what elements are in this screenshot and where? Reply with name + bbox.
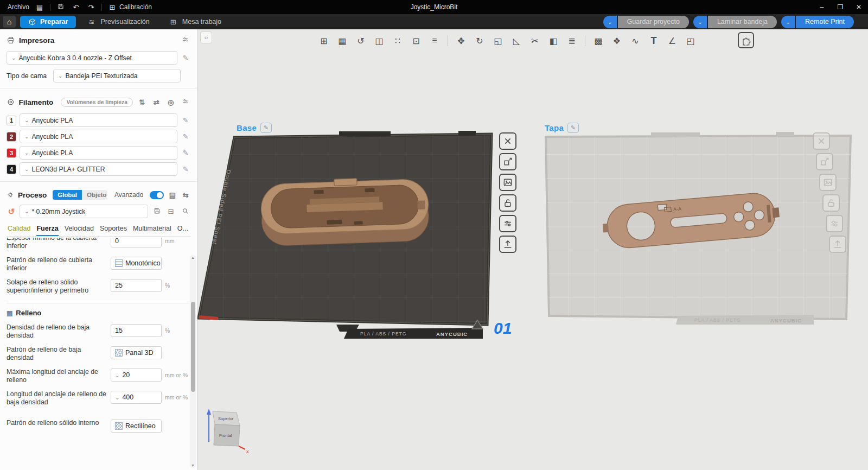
- close-button[interactable]: ✕: [850, 0, 868, 14]
- save-project-dropdown[interactable]: ⌄: [603, 16, 618, 28]
- filament-1-select[interactable]: ⌄ Anycubic PLA: [20, 113, 177, 127]
- place-on-face-icon[interactable]: ◺: [509, 34, 524, 48]
- plate-tapa-label[interactable]: Tapa ✎: [545, 123, 579, 133]
- tab-multimaterial[interactable]: Multimaterial: [133, 225, 171, 236]
- save-icon[interactable]: [56, 3, 66, 12]
- tab-strength[interactable]: Fuerza: [36, 225, 58, 236]
- slice-plate-button[interactable]: ⌄ Laminar bandeja: [693, 16, 777, 28]
- file-menu[interactable]: Archivo: [8, 3, 29, 11]
- plate-base-label[interactable]: Base ✎: [237, 123, 272, 133]
- measure-icon[interactable]: ∠: [665, 34, 679, 48]
- edit-filament-1-icon[interactable]: ✎: [181, 116, 190, 124]
- sparse-infill-pattern-select[interactable]: Panal 3D: [111, 346, 162, 359]
- paint-icon[interactable]: ❖: [610, 34, 624, 48]
- orientation-cube[interactable]: Superior Frontal x: [205, 403, 251, 459]
- sparse-infill-density-input[interactable]: 15: [111, 324, 162, 337]
- filament-3-select[interactable]: ⌄ Anycubic PLA: [20, 146, 177, 160]
- build-plate-base[interactable]: Double Sided PEI Sheet PLA / ABS / PETG …: [197, 130, 501, 353]
- bed-type-select[interactable]: ⌄ Bandeja PEI Texturizada: [53, 69, 181, 82]
- bottom-fill-pattern-select[interactable]: Monotónico: [111, 257, 162, 270]
- edit-plate-name-button[interactable]: ✎: [567, 123, 579, 133]
- orient-plate-button[interactable]: [499, 153, 516, 170]
- flush-volumes-button[interactable]: Volúmenes de limpieza: [61, 98, 133, 107]
- tab-prepare[interactable]: Preparar: [20, 16, 76, 28]
- filament-2-select[interactable]: ⌄ Anycubic PLA: [20, 130, 177, 143]
- infill-anchor-select[interactable]: ⌄ 400: [111, 391, 162, 404]
- plate-settings-button[interactable]: [819, 174, 837, 191]
- text-tool-icon[interactable]: T: [647, 34, 661, 48]
- scope-global[interactable]: Global: [53, 190, 82, 200]
- calibration-menu[interactable]: ⊞ Calibración: [107, 3, 152, 11]
- plate-filament-map-button[interactable]: [826, 215, 843, 232]
- infill-anchor-max-select[interactable]: ⌄ 20: [111, 369, 162, 382]
- delete-plate-button[interactable]: [813, 132, 830, 150]
- advanced-toggle[interactable]: [150, 191, 164, 199]
- slice-plate-dropdown[interactable]: ⌄: [693, 16, 708, 28]
- seam-icon[interactable]: ∿: [628, 34, 642, 48]
- assembly-view-icon[interactable]: ◰: [684, 34, 698, 48]
- tab-workbench[interactable]: ⊞ Mesa trabajo: [162, 16, 229, 28]
- process-scope-switch[interactable]: Global Objetos: [53, 190, 107, 200]
- sidebar-scrollbar[interactable]: ▲ ▼: [190, 255, 196, 468]
- variable-layer-height-icon[interactable]: ≣: [565, 34, 579, 48]
- undo-icon[interactable]: ↶: [71, 3, 81, 11]
- plate-filament-map-button[interactable]: [499, 215, 516, 232]
- collapse-sidebar-button[interactable]: ‹›: [200, 31, 212, 43]
- infill-overlap-input[interactable]: 25: [111, 279, 162, 292]
- edit-filament-2-icon[interactable]: ✎: [181, 132, 190, 141]
- delete-preset-icon[interactable]: ⊟: [165, 207, 176, 215]
- plate-settings-button[interactable]: [499, 174, 516, 191]
- tab-quality[interactable]: Calidad: [8, 225, 30, 236]
- scroll-down-icon[interactable]: ▼: [190, 463, 196, 467]
- revert-preset-icon[interactable]: ↺: [7, 207, 16, 217]
- cut-icon[interactable]: ✂: [528, 34, 542, 48]
- lift-plate-button[interactable]: [829, 236, 846, 253]
- mesh-edit-icon[interactable]: ▩: [591, 34, 605, 48]
- lift-plate-button[interactable]: [499, 236, 516, 253]
- arrange-icon[interactable]: ◫: [372, 34, 386, 48]
- compare-presets-icon[interactable]: ⇆: [181, 191, 190, 199]
- viewport-3d[interactable]: ‹› ⊞ ▦ ↺ ◫ ∷ ⊡ ≡ ✥ ↻ ◱ ◺ ✂ ◧ ≣ ▩ ❖ ∿ T ∠…: [197, 29, 868, 470]
- bottom-shell-thickness-input[interactable]: 0: [111, 238, 162, 247]
- rotate-icon[interactable]: ↻: [473, 34, 487, 48]
- filament-4-select[interactable]: ⌄ LEON3d PLA+ GLITTER: [20, 162, 177, 176]
- plugin-puzzle-button[interactable]: [738, 32, 754, 48]
- edit-filament-3-icon[interactable]: ✎: [181, 149, 190, 157]
- add-object-icon[interactable]: ⊞: [317, 34, 331, 48]
- process-preset-select[interactable]: ⌄ * 0.20mm Joystick: [20, 205, 148, 218]
- tab-speed[interactable]: Velocidad: [65, 225, 94, 236]
- internal-solid-pattern-select[interactable]: Rectilíneo: [111, 420, 162, 433]
- scope-objects[interactable]: Objetos: [82, 190, 107, 200]
- add-plate-icon[interactable]: ▦: [335, 34, 349, 48]
- align-list-icon[interactable]: ≡: [427, 34, 442, 48]
- tab-preview[interactable]: ≋ Previsualización: [80, 16, 157, 28]
- lock-plate-button[interactable]: [822, 194, 840, 212]
- filament-3-color-badge[interactable]: 3: [7, 148, 16, 158]
- lock-plate-button[interactable]: [499, 194, 516, 212]
- printer-select[interactable]: ⌄ Anycubic Kobra 3 0.4 nozzle - Z Offset: [7, 51, 177, 65]
- auto-orient-icon[interactable]: ↺: [354, 34, 368, 48]
- tab-others[interactable]: O...: [177, 225, 188, 236]
- printer-settings-icon[interactable]: [180, 35, 190, 45]
- search-settings-icon[interactable]: [180, 207, 190, 217]
- move-icon[interactable]: ✥: [454, 34, 468, 48]
- save-project-button[interactable]: ⌄ Guardar proyecto: [603, 16, 689, 28]
- redo-icon[interactable]: ↷: [86, 3, 96, 11]
- edit-printer-icon[interactable]: ✎: [181, 54, 190, 62]
- preset-list-icon[interactable]: ▤: [168, 191, 177, 199]
- home-button[interactable]: ⌂: [3, 16, 16, 28]
- minimize-button[interactable]: –: [813, 0, 831, 14]
- remote-print-button[interactable]: ⌄ Remote Print: [781, 16, 854, 28]
- scale-icon[interactable]: ◱: [491, 34, 505, 48]
- scroll-up-icon[interactable]: ▲: [190, 256, 196, 259]
- tab-supports[interactable]: Soportes: [100, 225, 127, 236]
- settings-scroll-area[interactable]: Espesor mínimo de la cubierta inferior 0…: [7, 238, 190, 460]
- delete-plate-button[interactable]: [499, 132, 516, 150]
- model-base[interactable]: [260, 176, 430, 246]
- edit-plate-name-button[interactable]: ✎: [260, 123, 272, 133]
- ams-spool-icon[interactable]: ◎: [165, 98, 176, 106]
- orient-plate-button[interactable]: [816, 153, 833, 170]
- maximize-button[interactable]: ❐: [831, 0, 850, 14]
- swap-filament-icon[interactable]: ⇄: [151, 98, 162, 106]
- remote-print-dropdown[interactable]: ⌄: [781, 16, 796, 28]
